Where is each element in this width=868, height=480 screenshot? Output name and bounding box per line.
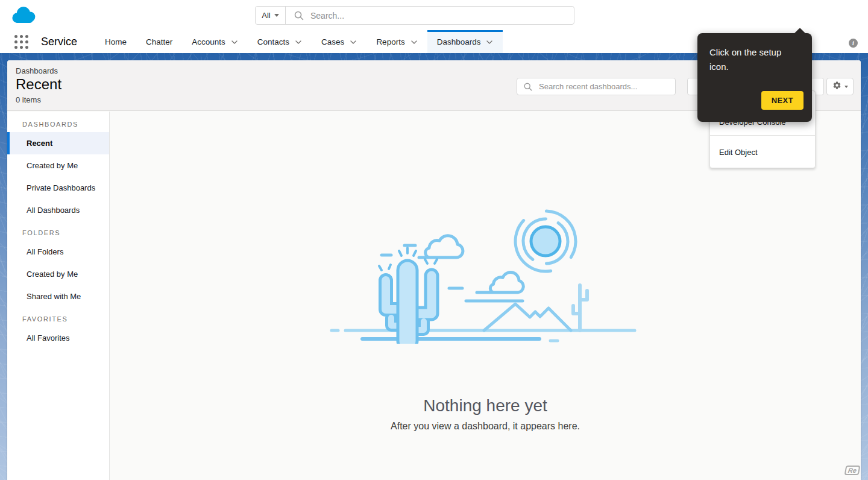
empty-state-title: Nothing here yet [423,396,547,415]
list-search [517,78,676,95]
next-button[interactable]: NEXT [761,91,804,110]
global-search: All [255,6,574,25]
sidebar-item-shared-with-me[interactable]: Shared with Me [7,285,109,308]
re-watermark: Re [844,466,861,475]
search-scope-selector[interactable]: All [256,7,286,24]
page-title: Recent [16,76,61,93]
tab-contacts[interactable]: Contacts [248,30,312,53]
chevron-down-icon [295,37,302,46]
tab-home[interactable]: Home [95,30,136,53]
search-scope-label: All [262,11,270,20]
chevron-down-icon [350,37,357,46]
global-search-input[interactable] [309,10,574,21]
walkthrough-popover: Click on the setup icon. NEXT [697,33,812,122]
walkthrough-message: Click on the setup icon. [697,33,812,75]
sidebar-item-created-by-me[interactable]: Created by Me [7,154,109,177]
info-icon[interactable]: i [849,39,858,48]
chevron-down-icon [274,14,279,17]
item-count: 0 items [16,95,41,104]
menu-divider [710,135,815,136]
tab-accounts[interactable]: Accounts [182,30,248,53]
chevron-down-icon [231,37,238,46]
tab-dashboards[interactable]: Dashboards [427,30,503,53]
sidebar-section-favorites: FAVORITES [7,308,109,327]
global-header: All + [0,0,868,30]
list-view-sidebar: DASHBOARDS Recent Created by Me Private … [7,112,110,480]
empty-state-subtitle: After you view a dashboard, it appears h… [391,421,580,432]
sidebar-item-all-dashboards[interactable]: All Dashboards [7,199,109,221]
desert-empty-state-illustration [329,190,642,346]
nav-tabs: Home Chatter Accounts Contacts Cases Rep… [95,30,503,53]
chevron-down-icon [410,37,418,46]
tab-cases[interactable]: Cases [312,30,366,53]
sidebar-item-private-dashboards[interactable]: Private Dashboards [7,177,109,199]
menu-item-edit-object[interactable]: Edit Object [710,143,815,162]
tab-chatter[interactable]: Chatter [136,30,182,53]
sidebar-item-folders-created-by-me[interactable]: Created by Me [7,263,109,285]
list-settings-button[interactable] [826,78,854,95]
chevron-down-icon [486,37,493,46]
sidebar-item-all-folders[interactable]: All Folders [7,241,109,263]
gear-icon [832,81,841,92]
object-label: Dashboards [16,66,58,75]
sidebar-section-folders: FOLDERS [7,221,109,241]
search-icon [523,82,533,92]
list-search-input[interactable] [538,81,675,92]
tab-reports[interactable]: Reports [366,30,427,53]
sidebar-item-all-favorites[interactable]: All Favorites [7,327,109,349]
app-launcher-icon[interactable] [14,35,29,49]
sidebar-item-recent[interactable]: Recent [7,132,109,154]
search-icon [294,10,304,21]
chevron-down-icon [844,86,848,88]
sidebar-section-dashboards: DASHBOARDS [7,113,109,132]
salesforce-app-window: All + [0,0,868,480]
app-name: Service [41,30,77,53]
salesforce-logo-icon [8,5,38,29]
